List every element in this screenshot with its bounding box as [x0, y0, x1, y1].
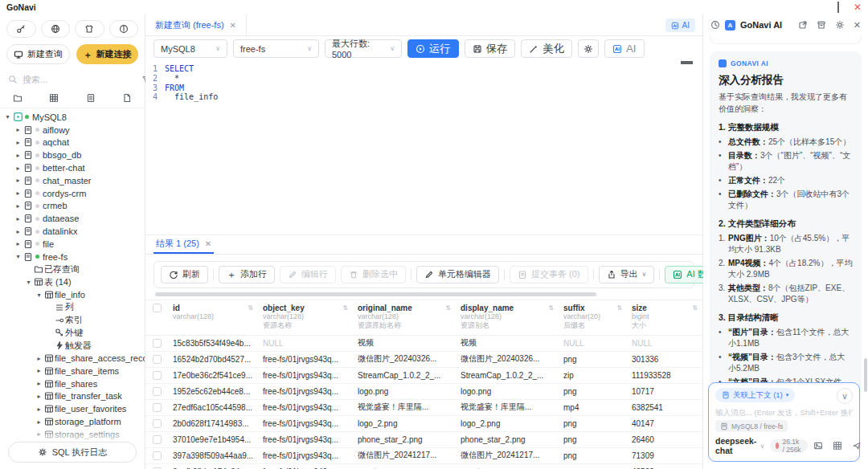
- table-row[interactable]: 2b0d628f17414983...free-fs/01jrvgs943q..…: [145, 416, 702, 432]
- history-clock-icon[interactable]: [710, 20, 720, 30]
- context-pill[interactable]: 关联上下文 (1) ▾: [715, 388, 795, 402]
- theme-button[interactable]: [75, 20, 104, 38]
- connection-select[interactable]: MySQL8∨: [154, 39, 227, 58]
- tree-arrow-icon[interactable]: ▸: [14, 165, 23, 172]
- editor-settings-button[interactable]: [578, 39, 599, 58]
- row-checkbox[interactable]: [153, 387, 162, 396]
- collapse-chevron-icon[interactable]: ∨: [837, 388, 853, 404]
- tree-item[interactable]: ▸cordys-crm: [0, 187, 145, 200]
- table-row[interactable]: 37010e9e7e1b4954...free-fs/01jrvgs943q..…: [145, 432, 702, 448]
- sort-icon[interactable]: ⇅: [692, 304, 698, 312]
- column-header-id[interactable]: id⇅varchar(128): [168, 304, 258, 331]
- column-header-display_name[interactable]: display_name⇅varchar(128)资源别名: [456, 304, 559, 331]
- globe-button[interactable]: [41, 20, 71, 38]
- tree-arrow-icon[interactable]: ▸: [35, 393, 43, 400]
- results-refresh-button[interactable]: 刷新: [161, 266, 208, 283]
- result-tab-close-icon[interactable]: ✕: [205, 239, 211, 248]
- row-checkbox[interactable]: [153, 371, 162, 380]
- tree-arrow-icon[interactable]: ▸: [14, 228, 23, 235]
- tree-arrow-icon[interactable]: ▸: [14, 177, 23, 184]
- new-query-button[interactable]: 新建查询: [6, 44, 70, 64]
- results-pencil-button[interactable]: 单元格编辑器: [416, 266, 499, 283]
- tree-arrow-icon[interactable]: ▸: [35, 380, 43, 387]
- results-doc-button[interactable]: 提交事务 (0): [510, 266, 588, 283]
- tree-arrow-icon[interactable]: ▾: [3, 113, 12, 120]
- table-row[interactable]: 15c83b5f534f49e4b...NULL视频视频NULLNULL: [145, 336, 702, 352]
- settings-gear-icon[interactable]: [835, 20, 845, 30]
- max-rows-select[interactable]: 最大行数: 5000∨: [325, 39, 402, 58]
- tree-arrow-icon[interactable]: ▸: [14, 215, 23, 222]
- tree-item[interactable]: ▾MySQL8: [0, 111, 145, 124]
- run-button[interactable]: 运行: [407, 39, 459, 58]
- open-external-icon[interactable]: [798, 20, 808, 30]
- tree-arrow-icon[interactable]: ▾: [24, 279, 33, 286]
- tree-item[interactable]: ▸file_share_items: [0, 365, 145, 377]
- table-row[interactable]: 397a398f509a44aa9...free-fs/01jrvgs943q.…: [145, 448, 702, 464]
- row-checkbox[interactable]: [153, 403, 162, 412]
- results-hscroll[interactable]: [155, 292, 693, 296]
- search-input[interactable]: [23, 75, 137, 84]
- tree-arrow-icon[interactable]: ▸: [35, 355, 43, 362]
- info-button[interactable]: [109, 20, 139, 38]
- tree-arrow-icon[interactable]: ▸: [35, 406, 43, 413]
- tree-item[interactable]: ▸crmeb: [0, 200, 145, 213]
- tree-item[interactable]: ▸datalinkx: [0, 225, 145, 238]
- row-checkbox[interactable]: [153, 435, 162, 444]
- tree-arrow-icon[interactable]: ▸: [35, 367, 43, 374]
- file-tab-icon[interactable]: [122, 93, 132, 103]
- tree-item[interactable]: ▸aqchat: [0, 137, 145, 149]
- results-trash-button[interactable]: 删除选中: [341, 266, 406, 283]
- new-connection-button[interactable]: ＋ 新建连接: [76, 44, 138, 64]
- sort-icon[interactable]: ⇅: [445, 304, 451, 312]
- database-select[interactable]: free-fs∨: [233, 39, 319, 58]
- insert-table-icon[interactable]: [833, 441, 842, 451]
- tree-item[interactable]: ▸aiflowy: [0, 124, 145, 137]
- sort-icon[interactable]: ⇅: [248, 304, 253, 312]
- results-pencil-button[interactable]: 编辑行: [280, 266, 336, 283]
- tree-item[interactable]: 已存查询: [0, 263, 145, 276]
- column-header-size[interactable]: size⇅bigint大小: [627, 304, 702, 331]
- editor-ai-badge[interactable]: AI: [665, 18, 695, 32]
- table-row[interactable]: 17e0be36c2f541ce9...free-fs/01jrvgs943q.…: [145, 368, 702, 384]
- tree-item[interactable]: ▸file_user_favorites: [0, 402, 145, 415]
- tree-arrow-icon[interactable]: ▾: [35, 292, 43, 299]
- tree-arrow-icon[interactable]: ▸: [14, 202, 23, 210]
- folder-tab-icon[interactable]: [13, 93, 23, 103]
- tree-item[interactable]: 外键: [0, 327, 145, 340]
- tree-arrow-icon[interactable]: ▸: [14, 126, 23, 133]
- table-row[interactable]: 1952e5c62eb44ce8...free-fs/01jrvgs943q..…: [145, 384, 702, 400]
- row-checkbox[interactable]: [153, 339, 162, 348]
- table-tab-icon[interactable]: [49, 93, 59, 103]
- tree-item[interactable]: ▸file_transfer_task: [0, 390, 145, 403]
- editor-ai-button[interactable]: AI: [604, 39, 645, 58]
- results-export-button[interactable]: 导出∨: [599, 266, 655, 283]
- chat-scope-tag[interactable]: MySQL8 / free-fs: [715, 420, 788, 432]
- attach-image-icon[interactable]: [813, 441, 823, 451]
- select-all-checkbox[interactable]: [153, 304, 162, 312]
- row-checkbox[interactable]: [153, 419, 162, 428]
- maximize-icon[interactable]: [837, 2, 839, 12]
- editor-scrollbar[interactable]: [681, 61, 693, 64]
- tab-close-icon[interactable]: ✕: [230, 21, 236, 30]
- results-plus-button[interactable]: ＋添加行: [219, 266, 275, 283]
- tree-item[interactable]: ▸file_shares: [0, 377, 145, 390]
- row-checkbox[interactable]: [153, 451, 162, 460]
- tree-item[interactable]: ▸file_share_access_record: [0, 352, 145, 365]
- table-row[interactable]: 3aafb3fbbe174a34a...free-fs/01jrvgs943q.…: [145, 464, 702, 469]
- tree-arrow-icon[interactable]: ▸: [14, 190, 23, 197]
- beautify-button[interactable]: 美化: [521, 39, 572, 58]
- tree-item[interactable]: ▾free-fs: [0, 251, 145, 263]
- column-header-original_name[interactable]: original_name⇅varchar(128)资源原始名称: [353, 304, 456, 331]
- tree-arrow-icon[interactable]: ▸: [14, 139, 23, 146]
- column-header-object_key[interactable]: object_key⇅varchar(128)资源名称: [258, 304, 353, 331]
- sql-editor[interactable]: 1SELECT2 *3FROM4 file_info: [145, 61, 702, 234]
- query-tab[interactable]: 新建查询 (free-fs) ✕: [145, 14, 247, 35]
- tree-item[interactable]: 列: [0, 301, 145, 314]
- tree-item[interactable]: ▸dataease: [0, 212, 145, 225]
- sort-icon[interactable]: ⇅: [548, 304, 554, 312]
- tree-item[interactable]: ▸chat_master: [0, 174, 145, 187]
- send-icon[interactable]: [852, 441, 862, 451]
- sort-icon[interactable]: ⇅: [616, 304, 622, 312]
- close-icon[interactable]: ✕: [854, 2, 862, 12]
- list-tab-icon[interactable]: [86, 93, 96, 103]
